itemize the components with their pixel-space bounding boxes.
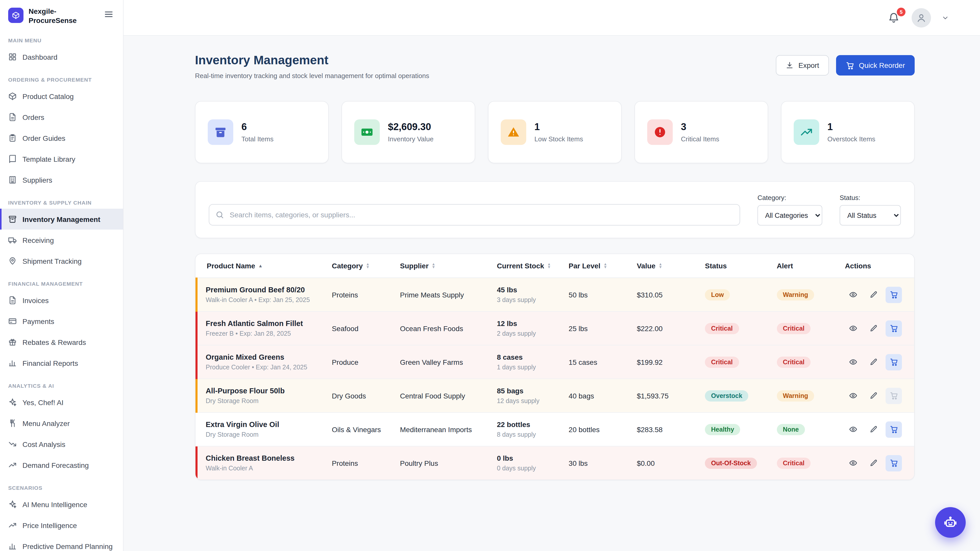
days-supply: 1 days supply [497,364,556,371]
sidebar-item-shipment-tracking[interactable]: Shipment Tracking [0,251,123,272]
sidebar-item-orders[interactable]: Orders [0,106,123,127]
sort-icon: ▲▼ [604,263,608,269]
product-supplier: Ocean Fresh Foods [394,311,491,345]
ai-assistant-fab[interactable] [935,507,966,538]
edit-button[interactable] [865,421,882,437]
user-avatar[interactable] [912,8,931,27]
product-supplier: Prime Meats Supply [394,278,491,311]
product-location: Produce Cooler • Exp: Jan 24, 2025 [206,364,320,371]
sidebar-item-financial-reports[interactable]: Financial Reports [0,353,123,373]
view-button[interactable] [845,455,861,471]
reorder-button[interactable] [886,354,902,370]
column-header-actions: Actions [839,254,914,278]
view-button[interactable] [845,286,861,303]
pencil-icon [869,290,878,299]
product-category: Produce [326,345,394,379]
stat-card-total-items: 6 Total Items [195,101,329,163]
sidebar-section-label: FINANCIAL MANAGEMENT [0,281,123,287]
clipboard-icon [8,134,17,142]
product-supplier: Poultry Plus [394,446,491,480]
stat-card-inventory-value: $2,609.30 Inventory Value [342,101,475,163]
sidebar-item-invoices[interactable]: Invoices [0,290,123,311]
user-menu-chevron[interactable] [941,14,950,22]
eye-icon [849,358,858,366]
inventory-row-organic-mixed-greens: Organic Mixed Greens Produce Cooler • Ex… [197,345,914,379]
sidebar-item-label: Product Catalog [22,92,74,100]
status-badge: Critical [705,356,739,368]
sidebar-item-menu-analyzer[interactable]: Menu Analyzer [0,413,123,433]
alert-circle-filled-icon [653,125,667,139]
sidebar-item-cost-analysis[interactable]: Cost Analysis [0,433,123,454]
column-header-category[interactable]: Category▲▼ [326,254,394,278]
edit-button[interactable] [865,286,882,303]
edit-button[interactable] [865,455,882,471]
row-actions [845,421,908,437]
view-button[interactable] [845,387,861,404]
sidebar-item-order-guides[interactable]: Order Guides [0,127,123,148]
category-filter-select[interactable]: All Categories [757,205,822,225]
column-header-product-name[interactable]: Product Name▲ [197,254,326,278]
column-header-value[interactable]: Value▲▼ [631,254,699,278]
reorder-button[interactable] [886,387,902,404]
sidebar-item-product-catalog[interactable]: Product Catalog [0,86,123,106]
reorder-button[interactable] [886,455,902,471]
download-icon [786,61,794,69]
sidebar-item-payments[interactable]: Payments [0,311,123,332]
status-filter-select[interactable]: All Status [840,205,901,225]
page-title: Inventory Management [195,53,429,67]
cart-icon [890,290,898,299]
product-category: Oils & Vinegars [326,413,394,446]
column-header-alert: Alert [771,254,839,278]
sidebar-item-yes-chef-ai[interactable]: Yes, Chef! AI [0,392,123,413]
sidebar-item-dashboard[interactable]: Dashboard [0,46,123,67]
days-supply: 2 days supply [497,330,556,337]
menu-icon [103,9,114,19]
stat-label: Low Stock Items [535,135,583,143]
edit-button[interactable] [865,387,882,404]
sidebar-item-demand-forecasting[interactable]: Demand Forecasting [0,454,123,475]
reorder-button[interactable] [886,320,902,337]
search-input[interactable] [209,204,740,225]
column-header-par-level[interactable]: Par Level▲▼ [563,254,631,278]
sidebar-section-label: MAIN MENU [0,37,123,43]
view-button[interactable] [845,320,861,337]
view-button[interactable] [845,354,861,370]
current-stock: 0 lbs [497,454,556,462]
sidebar-item-label: Template Library [22,155,75,163]
sidebar-section-label: ORDERING & PROCUREMENT [0,76,123,83]
sidebar-item-ai-menu-intelligence[interactable]: AI Menu Intelligence [0,494,123,515]
product-name: Organic Mixed Greens [206,353,320,361]
product-value: $222.00 [631,311,699,345]
pencil-icon [869,425,878,433]
column-header-supplier[interactable]: Supplier▲▼ [394,254,491,278]
cube-icon [12,11,20,19]
sidebar-item-template-library[interactable]: Template Library [0,148,123,169]
stat-card-overstock-items: 1 Overstock Items [781,101,915,163]
reorder-button[interactable] [886,421,902,437]
inventory-table-card: Product Name▲Category▲▼Supplier▲▼Current… [195,254,915,480]
stat-value: 6 [242,121,274,133]
trending-down-icon [8,440,17,448]
sidebar-item-price-intelligence[interactable]: Price Intelligence [0,515,123,536]
sidebar-item-suppliers[interactable]: Suppliers [0,169,123,190]
export-button[interactable]: Export [776,55,829,76]
sidebar-item-inventory-management[interactable]: Inventory Management [0,209,123,230]
status-filter-group: Status: All Status [840,194,901,225]
edit-button[interactable] [865,354,882,370]
sidebar-item-rebates-rewards[interactable]: Rebates & Rewards [0,332,123,353]
head-actions: Export Quick Reorder [776,55,915,76]
notifications-button[interactable]: 5 [888,11,901,24]
sidebar-toggle-button[interactable] [103,8,116,21]
sidebar-item-label: Orders [22,113,45,121]
quick-reorder-button[interactable]: Quick Reorder [836,55,915,76]
sidebar-item-predictive-demand-planning[interactable]: Predictive Demand Planning [0,536,123,551]
edit-button[interactable] [865,320,882,337]
product-location: Freezer B • Exp: Jan 28, 2025 [206,330,320,337]
sidebar-item-receiving[interactable]: Receiving [0,230,123,251]
view-button[interactable] [845,421,861,437]
column-header-current-stock[interactable]: Current Stock▲▼ [491,254,563,278]
eye-icon [849,324,858,333]
archive-box-filled-icon [214,125,227,139]
status-badge: Out-Of-Stock [705,457,757,468]
reorder-button[interactable] [886,286,902,303]
